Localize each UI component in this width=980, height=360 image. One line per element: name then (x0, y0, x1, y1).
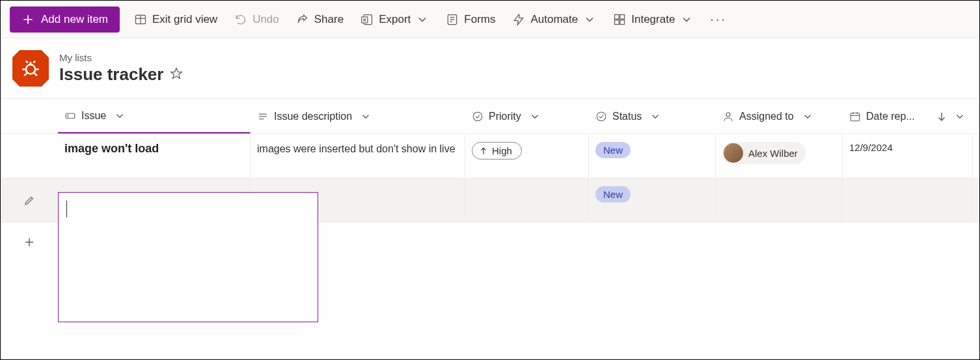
forms-icon (446, 13, 459, 26)
person-chip: Alex Wilber (722, 142, 806, 164)
integrate-button[interactable]: Integrate (610, 9, 696, 30)
column-label: Assigned to (739, 111, 794, 122)
list-bug-icon (12, 50, 49, 87)
forms-label: Forms (464, 13, 495, 26)
column-header-date[interactable]: Date rep... (843, 99, 973, 133)
priority-pill: High (472, 142, 522, 159)
svg-line-21 (24, 73, 27, 76)
more-options-button[interactable]: ··· (707, 8, 729, 31)
breadcrumb[interactable]: My lists (59, 52, 183, 63)
column-header-issue[interactable]: Issue (58, 99, 251, 133)
svg-rect-12 (620, 14, 625, 19)
chevron-down-icon (680, 13, 693, 26)
cell-status[interactable]: New (589, 134, 716, 178)
chevron-down-icon (114, 110, 126, 122)
data-grid: Issue Issue description Priority Status … (1, 98, 979, 262)
add-new-item-button[interactable]: Add new item (10, 7, 120, 33)
choice-icon (472, 111, 483, 122)
export-label: Export (379, 13, 411, 26)
cell-priority-editing[interactable] (465, 178, 589, 222)
svg-line-18 (33, 61, 35, 63)
person-name: Alex Wilber (748, 148, 798, 159)
svg-rect-13 (615, 20, 619, 24)
exit-grid-view-button[interactable]: Exit grid view (131, 9, 220, 30)
svg-point-15 (26, 64, 35, 74)
add-new-item-label: Add new item (41, 13, 108, 26)
issue-text: image won't load (64, 142, 159, 156)
arrow-up-icon (479, 146, 488, 156)
chevron-down-icon (416, 13, 429, 26)
text-field-icon (64, 110, 76, 122)
avatar (724, 143, 743, 163)
chevron-down-icon (802, 111, 813, 122)
share-button[interactable]: Share (293, 9, 346, 30)
chevron-down-icon (583, 13, 596, 26)
more-dots-icon: ··· (710, 12, 727, 27)
svg-marker-23 (171, 68, 182, 79)
column-header-assigned[interactable]: Assigned to (716, 99, 843, 133)
chevron-down-icon (529, 111, 541, 122)
list-header: My lists Issue tracker (1, 38, 979, 98)
undo-icon (234, 13, 247, 26)
automate-icon (512, 13, 525, 26)
svg-rect-32 (851, 113, 860, 120)
edit-pencil-icon (23, 195, 35, 208)
column-label: Date rep... (866, 111, 915, 122)
automate-button[interactable]: Automate (510, 9, 599, 30)
cell-date[interactable]: 12/9/2024 (843, 134, 973, 178)
description-text: images were inserted but don't show in l… (257, 142, 456, 156)
share-label: Share (314, 13, 344, 26)
gutter-header (1, 99, 58, 133)
cell-assigned[interactable]: Alex Wilber (716, 134, 843, 178)
integrate-icon (613, 13, 626, 26)
export-button[interactable]: Export (358, 9, 431, 30)
calendar-icon (849, 111, 861, 122)
column-label: Status (612, 111, 642, 122)
svg-line-17 (26, 61, 28, 63)
svg-rect-11 (615, 14, 619, 19)
cell-status-editing[interactable]: New (589, 178, 716, 222)
automate-label: Automate (530, 13, 578, 26)
text-caret (66, 201, 67, 217)
choice-icon (595, 111, 607, 122)
status-pill: New (595, 186, 631, 202)
plus-icon (21, 13, 34, 26)
multiline-icon (257, 111, 269, 122)
export-icon (361, 13, 374, 26)
page-title: Issue tracker (59, 64, 183, 85)
person-icon (722, 111, 734, 122)
priority-text: High (492, 145, 512, 156)
row-gutter (1, 134, 58, 178)
svg-rect-14 (620, 20, 625, 24)
exit-grid-label: Exit grid view (152, 13, 217, 26)
cell-assigned-editing[interactable] (716, 178, 843, 222)
issue-title-editor[interactable] (58, 192, 318, 322)
column-header-description[interactable]: Issue description (251, 99, 465, 133)
undo-label: Undo (252, 13, 279, 26)
command-bar: Add new item Exit grid view Undo Share E… (1, 1, 979, 38)
share-icon (296, 13, 309, 26)
column-label: Priority (489, 111, 521, 122)
integrate-label: Integrate (631, 13, 675, 26)
table-row[interactable]: image won't load images were inserted bu… (1, 134, 979, 178)
column-label: Issue description (274, 111, 352, 122)
page-title-text: Issue tracker (59, 64, 163, 85)
cell-date-editing[interactable] (843, 178, 973, 222)
sort-descending-icon (936, 111, 947, 122)
chevron-down-icon (954, 111, 966, 122)
undo-button[interactable]: Undo (232, 9, 282, 30)
row-gutter-edit (1, 178, 58, 222)
grid-icon (134, 13, 147, 26)
cell-issue[interactable]: image won't load (58, 134, 251, 178)
svg-point-31 (726, 113, 730, 117)
date-text: 12/9/2024 (849, 142, 893, 153)
cell-description[interactable]: images were inserted but don't show in l… (251, 134, 465, 178)
column-header-status[interactable]: Status (589, 99, 716, 133)
column-header-priority[interactable]: Priority (465, 99, 589, 133)
forms-button[interactable]: Forms (443, 9, 498, 30)
cell-priority[interactable]: High (465, 134, 589, 178)
svg-point-30 (597, 112, 606, 121)
favorite-star-button[interactable] (170, 64, 183, 85)
chevron-down-icon (649, 111, 661, 122)
add-row-button[interactable] (1, 236, 58, 248)
